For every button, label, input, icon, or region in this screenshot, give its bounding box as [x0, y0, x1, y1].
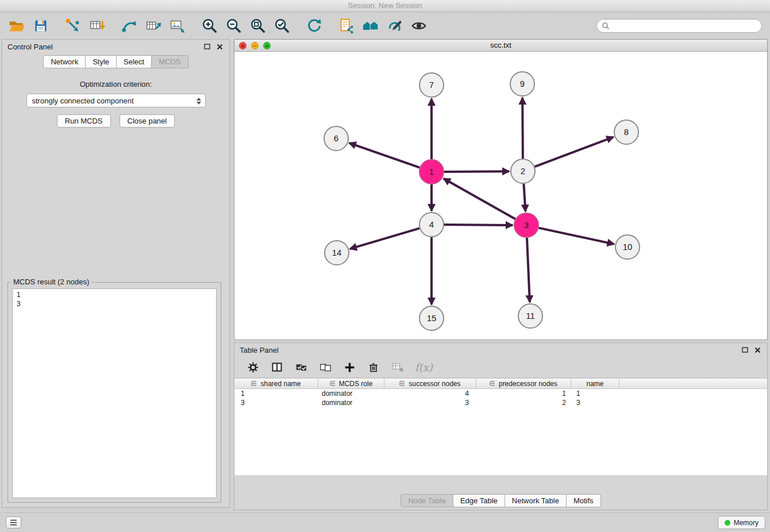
export-table-icon[interactable]: [141, 15, 165, 37]
optimization-criterion-label: Optimization criterion:: [2, 80, 229, 88]
import-network-icon[interactable]: [61, 15, 85, 37]
zoom-out-icon[interactable]: [222, 15, 246, 37]
graph-node-1[interactable]: 1: [419, 160, 444, 184]
graph-node-10[interactable]: 10: [615, 235, 640, 259]
tab-select[interactable]: Select: [117, 55, 152, 68]
table-row[interactable]: 1 dominator 4 1 1: [234, 389, 767, 398]
svg-text:11: 11: [526, 311, 535, 321]
close-window-icon[interactable]: ×: [239, 42, 247, 49]
column-header-shared-name[interactable]: shared name: [234, 379, 318, 388]
tab-style[interactable]: Style: [86, 55, 117, 68]
control-panel-header: Control Panel: [2, 40, 229, 53]
refresh-icon[interactable]: [302, 15, 326, 37]
deselect-all-columns-icon[interactable]: [318, 360, 332, 374]
zoom-in-icon[interactable]: [198, 15, 222, 37]
graph-edge-4-14[interactable]: [350, 228, 419, 249]
control-panel-tabs: Network Style Select MCDS: [2, 55, 229, 68]
criterion-dropdown[interactable]: strongly connected component: [26, 94, 206, 107]
mcds-result-group: MCDS result (2 nodes) 1 3: [7, 282, 221, 503]
graph-edge-1-2[interactable]: [444, 171, 509, 172]
graph-node-11[interactable]: 11: [518, 304, 542, 328]
status-bar: Memory: [0, 512, 770, 532]
column-header-name[interactable]: name: [571, 379, 619, 388]
graph-edge-2-8[interactable]: [535, 137, 614, 167]
delete-table-icon[interactable]: [391, 360, 405, 374]
tab-network-table[interactable]: Network Table: [505, 494, 567, 507]
apply-style-icon[interactable]: [383, 15, 407, 37]
mcds-result-title: MCDS result (2 nodes): [11, 277, 91, 286]
float-table-panel-icon[interactable]: [740, 345, 749, 354]
memory-button[interactable]: Memory: [718, 516, 765, 529]
delete-columns-trash-icon[interactable]: [367, 360, 380, 374]
svg-text:15: 15: [427, 313, 437, 323]
search-box[interactable]: [596, 19, 762, 33]
window-titlebar: Session: New Session: [0, 0, 770, 12]
float-panel-icon[interactable]: [202, 42, 211, 51]
search-icon: [602, 22, 610, 30]
svg-text:4: 4: [429, 219, 434, 229]
close-table-panel-icon[interactable]: [753, 345, 762, 354]
tab-network[interactable]: Network: [43, 55, 86, 68]
table-settings-gear-icon[interactable]: [246, 360, 260, 374]
graph-node-3[interactable]: 3: [514, 213, 538, 237]
import-table-icon[interactable]: [85, 15, 109, 37]
graph-node-8[interactable]: 8: [614, 120, 638, 144]
control-panel: Control Panel Network Style Select MCDS …: [2, 39, 230, 508]
create-column-plus-icon[interactable]: [342, 360, 356, 374]
mcds-result-line: 1: [17, 290, 212, 299]
zoom-selected-icon[interactable]: [270, 15, 294, 37]
function-builder-button[interactable]: f(x): [415, 361, 433, 373]
graph-node-15[interactable]: 15: [419, 306, 444, 330]
new-network-icon[interactable]: [117, 15, 141, 37]
graph-edge-2-9[interactable]: [522, 98, 523, 159]
graph-edge-1-6[interactable]: [349, 143, 420, 168]
graph-node-7[interactable]: 7: [419, 73, 444, 97]
tab-motifs[interactable]: Motifs: [567, 494, 601, 507]
table-row[interactable]: 3 dominator 3 2 3: [234, 398, 767, 407]
column-header-mcds-role[interactable]: MCDS role: [318, 379, 384, 388]
graph-edge-2-3[interactable]: [523, 184, 525, 211]
criterion-value: strongly connected component: [32, 97, 134, 105]
table-toolbar: f(x): [234, 357, 767, 378]
run-mcds-button[interactable]: Run MCDS: [57, 114, 111, 128]
search-input[interactable]: [612, 22, 757, 30]
close-panel-icon[interactable]: [215, 42, 224, 51]
table-panel-header: Table Panel: [234, 343, 767, 357]
close-panel-button[interactable]: Close panel: [120, 114, 175, 128]
graph-node-6[interactable]: 6: [324, 126, 348, 151]
graph-node-14[interactable]: 14: [325, 241, 349, 265]
export-image-icon[interactable]: [165, 15, 190, 37]
column-header-successor-nodes[interactable]: successor nodes: [384, 379, 476, 388]
show-column-icon[interactable]: [270, 360, 284, 374]
graph-edge-3-1[interactable]: [444, 179, 515, 219]
select-all-columns-icon[interactable]: [294, 360, 308, 374]
graph-node-4[interactable]: 4: [419, 213, 444, 237]
graph-node-9[interactable]: 9: [510, 72, 534, 96]
tab-node-table[interactable]: Node Table: [401, 494, 453, 507]
svg-text:8: 8: [624, 127, 629, 137]
network-window-titlebar[interactable]: × − + scc.txt: [234, 40, 767, 52]
svg-text:6: 6: [334, 133, 338, 143]
tab-edge-table[interactable]: Edge Table: [453, 494, 505, 507]
graph-node-2[interactable]: 2: [511, 159, 535, 183]
open-session-icon[interactable]: [5, 15, 29, 37]
save-session-icon[interactable]: [29, 15, 53, 37]
graph-edge-3-11[interactable]: [527, 238, 530, 302]
network-overview-icon[interactable]: [359, 15, 383, 37]
graph-edge-4-3[interactable]: [444, 225, 513, 225]
zoom-fit-icon[interactable]: [246, 15, 270, 37]
export-to-web-icon[interactable]: [334, 15, 359, 37]
network-view-window: × − + scc.txt 7968123414101511: [234, 39, 768, 340]
svg-text:10: 10: [623, 242, 633, 252]
minimize-window-icon[interactable]: −: [251, 42, 259, 49]
show-details-eye-icon[interactable]: [407, 15, 431, 37]
network-canvas[interactable]: 7968123414101511: [234, 52, 767, 340]
maximize-window-icon[interactable]: +: [263, 42, 271, 49]
table-panel-title: Table Panel: [240, 346, 279, 354]
show-panel-list-button[interactable]: [6, 516, 21, 529]
graph-edge-3-10[interactable]: [539, 228, 614, 244]
main-toolbar: [0, 13, 770, 38]
column-header-predecessor-nodes[interactable]: predecessor nodes: [476, 379, 571, 388]
tab-mcds[interactable]: MCDS: [152, 55, 188, 68]
mcds-result-list[interactable]: 1 3: [12, 288, 217, 498]
